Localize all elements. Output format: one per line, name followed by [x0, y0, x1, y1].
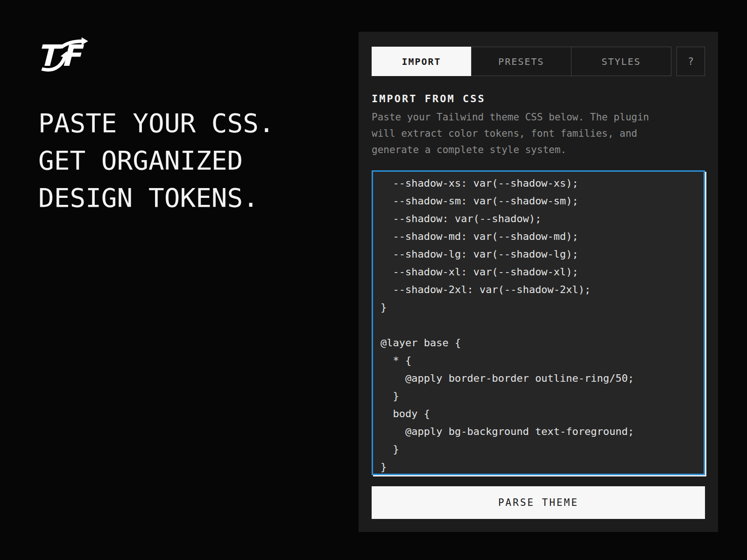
css-code-input[interactable]: --shadow-xs: var(--shadow-xs); --shadow-… — [372, 170, 705, 475]
tab-styles-label: STYLES — [601, 56, 641, 67]
tab-bar: IMPORT PRESETS STYLES ? — [372, 47, 705, 76]
section-description: Paste your Tailwind theme CSS below. The… — [372, 109, 705, 158]
headline-line-1: PASTE YOUR CSS. — [38, 105, 275, 142]
plugin-panel: IMPORT PRESETS STYLES ? IMPORT FROM CSS … — [359, 32, 718, 532]
headline-line-2: GET ORGANIZED — [38, 142, 275, 179]
tab-styles[interactable]: STYLES — [571, 47, 671, 76]
headline-line-3: DESIGN TOKENS. — [38, 179, 275, 217]
tab-presets-label: PRESETS — [498, 56, 544, 67]
parse-theme-button[interactable]: PARSE THEME — [372, 486, 705, 519]
tab-import[interactable]: IMPORT — [372, 47, 471, 76]
tab-import-label: IMPORT — [402, 56, 441, 67]
parse-theme-button-label: PARSE THEME — [498, 497, 578, 508]
section-heading: IMPORT FROM CSS — [372, 93, 705, 105]
page: T F PASTE YOUR CSS. GET ORGANIZED DESIGN… — [0, 0, 747, 560]
tab-presets[interactable]: PRESETS — [471, 47, 571, 76]
headline: PASTE YOUR CSS. GET ORGANIZED DESIGN TOK… — [38, 105, 275, 217]
help-button[interactable]: ? — [677, 47, 705, 76]
question-mark-icon: ? — [688, 56, 694, 67]
tf-logo-icon: T F — [36, 36, 94, 74]
